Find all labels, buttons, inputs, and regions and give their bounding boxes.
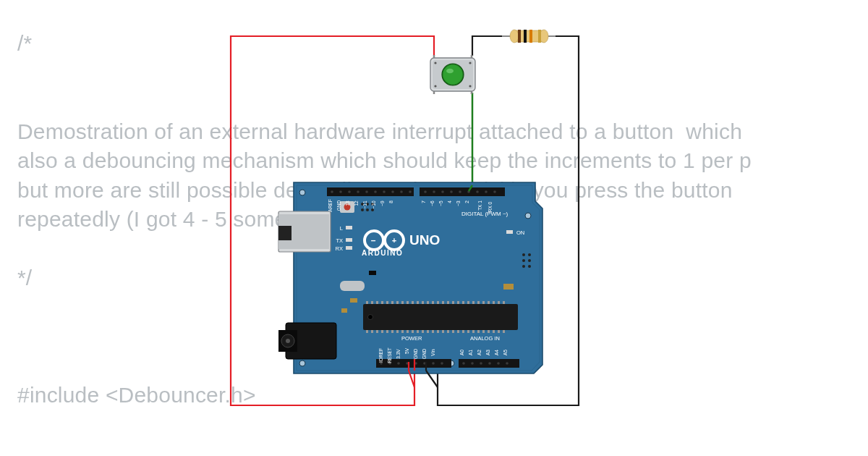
comment-open: /*	[17, 31, 32, 55]
include-line: #include <Debouncer.h>	[17, 383, 256, 407]
code-overlay: /* Demostration of an external hardware …	[17, 29, 868, 410]
comment-close: */	[17, 266, 32, 290]
comment-desc-4: repeatedly (I got 4 - 5 some	[17, 207, 286, 231]
comment-desc-3: but more are still possible depending on…	[17, 178, 733, 202]
comment-desc-1: Demostration of an external hardware int…	[17, 119, 742, 143]
comment-desc-2: also a debouncing mechanism which should…	[17, 148, 752, 172]
